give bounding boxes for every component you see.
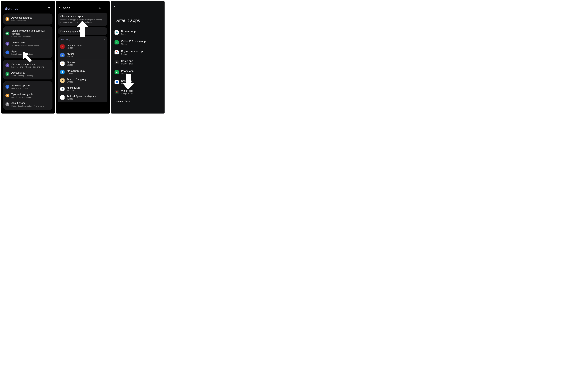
app-row[interactable]: AICore 4.09 GB bbox=[58, 51, 107, 59]
app-row[interactable]: Amazon Shopping 179 MB bbox=[58, 76, 107, 85]
arrow-up-choose-default-icon bbox=[76, 20, 88, 37]
svg-marker-13 bbox=[76, 20, 88, 37]
svg-point-5 bbox=[99, 7, 100, 8]
settings-group: Software update Download and install Tip… bbox=[3, 81, 52, 110]
default-apps-screen: Default apps Browser app Edge Caller ID … bbox=[111, 1, 164, 113]
settings-item-sub: Storage • Memory • App protection bbox=[11, 44, 50, 46]
search-icon[interactable] bbox=[48, 7, 51, 10]
sort-icon[interactable] bbox=[103, 38, 105, 41]
settings-item-text: Software update Download and install bbox=[11, 84, 50, 89]
settings-item-text: Digital Wellbeing and parental controls … bbox=[11, 29, 50, 38]
default-app-icon bbox=[114, 40, 119, 44]
app-name: Adobe Acrobat bbox=[67, 44, 105, 47]
default-app-text: Caller ID & spam app Phone bbox=[121, 40, 161, 45]
svg-point-8 bbox=[105, 7, 105, 8]
default-app-row[interactable]: Phone app Phone bbox=[111, 67, 164, 77]
your-apps-header-label: Your apps (171) bbox=[60, 38, 73, 40]
arrow-pointer-apps-icon bbox=[21, 50, 35, 64]
default-app-icon bbox=[114, 30, 119, 34]
app-row[interactable]: AlwaysOnDisplay 175 MB bbox=[58, 68, 107, 76]
settings-item-sub: Download and install bbox=[11, 87, 50, 89]
default-app-sub: Google bbox=[121, 53, 161, 55]
default-app-sub: Phone bbox=[121, 43, 161, 45]
info-icon bbox=[6, 102, 9, 106]
settings-item-bulb[interactable]: Tips and user guide Useful tips • New fe… bbox=[3, 91, 52, 100]
default-app-icon bbox=[114, 60, 119, 64]
settings-item-sub: Status • Legal information • Phone name bbox=[11, 105, 50, 107]
settings-screen: Settings Advanced features Labs • Side b… bbox=[1, 1, 55, 113]
app-size: 151 MB bbox=[67, 47, 105, 49]
arrow-down-icon bbox=[122, 74, 134, 90]
app-row[interactable]: Android System Intelligence 414 MB bbox=[58, 93, 107, 102]
app-size: 4.09 GB bbox=[67, 55, 105, 57]
default-app-row[interactable]: Caller ID & spam app Phone bbox=[111, 37, 164, 47]
svg-marker-15 bbox=[122, 74, 134, 90]
default-app-label: Home app bbox=[121, 60, 161, 62]
app-size: 179 MB bbox=[67, 81, 105, 83]
default-app-sub: Google Wallet bbox=[121, 92, 161, 95]
app-name: Airtable bbox=[67, 61, 105, 64]
app-name: AlwaysOnDisplay bbox=[67, 69, 105, 72]
default-apps-title: Default apps bbox=[111, 9, 164, 27]
svg-point-9 bbox=[105, 8, 105, 8]
back-icon[interactable] bbox=[58, 6, 61, 9]
app-text: Amazon Shopping 179 MB bbox=[67, 78, 105, 83]
apps-grid-icon bbox=[6, 50, 9, 54]
heart-circle-icon bbox=[6, 31, 9, 35]
settings-item-label: Accessibility bbox=[11, 71, 50, 74]
gear-icon bbox=[6, 17, 9, 21]
svg-point-7 bbox=[105, 7, 105, 7]
app-row[interactable]: Airtable 125 MB bbox=[58, 59, 107, 68]
settings-item-download[interactable]: Software update Download and install bbox=[3, 82, 52, 91]
settings-item-sub: Vision • Hearing • Dexterity bbox=[11, 75, 50, 77]
svg-point-0 bbox=[48, 7, 50, 9]
app-size: 175 MB bbox=[67, 72, 105, 74]
app-size: 85.33 MB bbox=[67, 89, 105, 91]
default-app-icon bbox=[114, 50, 119, 54]
settings-item-info[interactable]: About phone Status • Legal information •… bbox=[3, 100, 52, 108]
default-app-icon bbox=[114, 70, 119, 74]
your-apps-header: Your apps (171) bbox=[58, 38, 107, 42]
settings-item-heart-circle[interactable]: Digital Wellbeing and parental controls … bbox=[3, 27, 52, 39]
svg-marker-2 bbox=[23, 51, 32, 62]
default-app-row[interactable]: Wallet app Google Wallet bbox=[111, 87, 164, 97]
back-arrow-icon[interactable] bbox=[113, 4, 162, 8]
opening-links-section[interactable]: Opening links bbox=[111, 97, 164, 104]
settings-title: Settings bbox=[5, 6, 19, 10]
app-icon bbox=[60, 78, 64, 83]
default-app-row[interactable]: SMS app Messages bbox=[111, 77, 164, 87]
settings-item-text: Device care Storage • Memory • App prote… bbox=[11, 41, 50, 46]
your-apps-list: Your apps (171) Adobe Acrobat 151 MB AIC… bbox=[58, 36, 107, 102]
filter-search-icon[interactable] bbox=[98, 6, 101, 10]
more-menu-icon[interactable] bbox=[104, 6, 106, 10]
settings-group: Advanced features Labs • Side button bbox=[3, 13, 52, 24]
settings-item-gear[interactable]: Advanced features Labs • Side button bbox=[3, 15, 52, 23]
app-text: Adobe Acrobat 151 MB bbox=[67, 44, 105, 49]
default-app-label: Phone app bbox=[121, 69, 161, 72]
download-icon bbox=[6, 85, 9, 89]
default-app-row[interactable]: Browser app Edge bbox=[111, 27, 164, 37]
settings-item-text: Advanced features Labs • Side button bbox=[11, 16, 50, 22]
app-row[interactable]: Android Auto 85.33 MB bbox=[58, 85, 107, 93]
settings-item-text: Accessibility Vision • Hearing • Dexteri… bbox=[11, 71, 50, 77]
default-app-sub: One UI Home bbox=[121, 63, 161, 65]
settings-item-label: About phone bbox=[11, 101, 50, 104]
app-text: AICore 4.09 GB bbox=[67, 52, 105, 57]
settings-item-sub: Language and keyboard • Date and time bbox=[11, 66, 50, 68]
default-app-icon bbox=[114, 80, 119, 84]
default-app-text: Wallet app Google Wallet bbox=[121, 89, 161, 95]
default-app-row[interactable]: Home app One UI Home bbox=[111, 57, 164, 67]
default-app-text: Digital assistant app Google bbox=[121, 49, 161, 55]
app-text: AlwaysOnDisplay 175 MB bbox=[67, 69, 105, 74]
app-row[interactable]: Adobe Acrobat 151 MB bbox=[58, 42, 107, 51]
default-app-row[interactable]: Digital assistant app Google bbox=[111, 47, 164, 57]
default-apps-header bbox=[111, 1, 164, 9]
settings-item-accessibility[interactable]: Accessibility Vision • Hearing • Dexteri… bbox=[3, 70, 52, 78]
settings-item-device-care[interactable]: Device care Storage • Memory • App prote… bbox=[3, 39, 52, 48]
app-text: Airtable 125 MB bbox=[67, 61, 105, 66]
settings-item-sub: Screen time • App timers bbox=[11, 36, 50, 38]
app-name: Amazon Shopping bbox=[67, 78, 105, 81]
app-name: Android System Intelligence bbox=[67, 95, 105, 98]
settings-item-label: Digital Wellbeing and parental controls bbox=[11, 29, 50, 35]
apps-screen: Apps Choose default apps Choose which ap… bbox=[56, 1, 110, 113]
